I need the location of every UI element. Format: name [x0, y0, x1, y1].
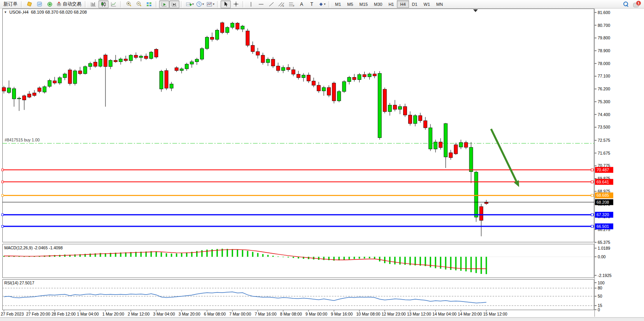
bar-chart-icon[interactable] [88, 0, 98, 8]
candle-body [205, 37, 209, 49]
template-icon[interactable]: ▾ [205, 0, 216, 8]
trendline-icon[interactable] [266, 0, 276, 8]
price-label: 68.685 [597, 193, 609, 198]
macd-panel[interactable] [3, 244, 594, 278]
line-handle[interactable] [2, 214, 4, 216]
cursor-icon[interactable] [221, 0, 231, 8]
candle-body [434, 142, 437, 149]
zoom-in-icon[interactable] [124, 0, 134, 8]
timeframe-w1[interactable]: W1 [421, 0, 433, 8]
candlestick-chart-icon[interactable] [98, 0, 109, 8]
macd-tick-label: -2.1925 [598, 273, 612, 278]
candle-body [484, 202, 488, 204]
timeframe-m5[interactable]: M5 [344, 0, 356, 8]
price-panel[interactable] [3, 9, 594, 242]
autotrading-button[interactable]: 自动交易 [55, 0, 83, 8]
candle-body [276, 66, 280, 71]
candle-body [160, 71, 163, 89]
chevron-down-icon[interactable]: ▾ [213, 2, 214, 6]
line-handle[interactable] [591, 225, 593, 228]
line-handle[interactable] [2, 181, 4, 183]
line-handle[interactable] [591, 213, 593, 216]
date-tick-label: 12 Mar 23:00 [382, 312, 406, 316]
timeframe-mn[interactable]: MN [433, 0, 446, 8]
chart-profiles-icon[interactable] [25, 0, 35, 8]
toolbar-separator [181, 1, 183, 7]
date-tick-label: 14 Mar 04:00 [432, 312, 456, 316]
indicators-icon[interactable]: ▾ [184, 0, 195, 8]
fibonacci-icon[interactable]: F [286, 0, 297, 8]
price-label: 68.208 [597, 200, 609, 205]
line-handle[interactable] [2, 194, 4, 196]
candle-body [185, 64, 188, 69]
candle-body [291, 70, 295, 74]
text-icon[interactable]: A [297, 0, 307, 8]
candle-body [312, 81, 316, 85]
tile-windows-icon[interactable] [144, 0, 154, 8]
toolbar-right: 1 [623, 1, 644, 7]
line-handle[interactable] [2, 169, 4, 171]
crosshair-icon[interactable] [231, 0, 241, 8]
toolbar-left: 新订单自动交易▾▾▾EFAT▾M1M5M15M30H1H4D1W1MN [0, 0, 446, 8]
chart-ohlc: 68.109 68.370 68.020 68.208 [31, 10, 87, 14]
line-chart-icon[interactable] [109, 0, 119, 8]
candle-body [2, 88, 6, 91]
candle-body [449, 153, 453, 158]
macd-bar [369, 257, 370, 258]
market-watch-icon[interactable] [35, 0, 45, 8]
collapse-icon[interactable]: ▼ [4, 11, 7, 14]
candle-body [7, 88, 11, 92]
rsi-label: RSI(14) 27.5017 [4, 280, 34, 285]
label-icon[interactable]: T [307, 0, 317, 8]
candle-body [211, 37, 214, 39]
application-window: 新订单自动交易▾▾▾EFAT▾M1M5M15M30H1H4D1W1MN 1 81… [0, 0, 644, 321]
chevron-down-icon[interactable]: ▾ [202, 2, 204, 6]
line-handle[interactable] [591, 181, 593, 183]
macd-tick-label: 1.0189 [598, 246, 610, 250]
new-order-button[interactable]: 新订单 [2, 0, 19, 8]
line-handle[interactable] [591, 194, 593, 197]
candle-body [251, 45, 254, 51]
vertical-line-icon[interactable] [246, 0, 256, 8]
zoom-out-icon[interactable] [134, 0, 144, 8]
macd-bar [262, 254, 264, 257]
rsi-panel[interactable] [3, 280, 594, 310]
macd-bar [156, 251, 157, 257]
auto-scroll-icon[interactable] [159, 0, 169, 8]
timeframe-m15[interactable]: M15 [356, 0, 371, 8]
chart-shift-icon[interactable] [169, 0, 179, 8]
timeframe-d1[interactable]: D1 [409, 0, 421, 8]
line-handle[interactable] [591, 169, 593, 171]
candle-body [353, 78, 356, 80]
main-toolbar: 新订单自动交易▾▾▾EFAT▾M1M5M15M30H1H4D1W1MN 1 [0, 0, 644, 9]
timeframe-m1[interactable]: M1 [332, 0, 344, 8]
toolbar-separator [21, 1, 23, 7]
rsi-tick-label: 100 [598, 280, 605, 285]
candle-body [256, 51, 260, 55]
timeframe-h1[interactable]: H1 [385, 0, 397, 8]
navigator-icon[interactable] [45, 0, 55, 8]
candle-body [200, 49, 204, 59]
rsi-tick-label: 50 [598, 294, 602, 298]
shapes-icon[interactable]: ▾ [317, 0, 327, 8]
candle-body [332, 83, 336, 101]
candle-body [170, 84, 173, 88]
line-handle[interactable] [2, 226, 4, 228]
periods-icon[interactable]: ▾ [195, 0, 205, 8]
candle-body [327, 88, 331, 95]
search-icon[interactable] [623, 1, 629, 7]
channel-icon[interactable]: E [276, 0, 286, 8]
candle-body [286, 67, 290, 70]
timeframe-m30[interactable]: M30 [371, 0, 385, 8]
candle-body [38, 88, 41, 91]
notifications-icon[interactable]: 1 [633, 2, 640, 7]
macd-bar [344, 257, 345, 260]
chart-canvas[interactable]: 81.60080.70079.80078.90078.00077.10076.2… [0, 0, 644, 321]
price-tick-label: 79.800 [598, 35, 610, 40]
chevron-down-icon[interactable]: ▾ [192, 2, 194, 6]
chevron-down-icon[interactable]: ▾ [324, 2, 326, 6]
candle-body [246, 31, 249, 45]
timeframe-h4[interactable]: H4 [397, 0, 409, 8]
macd-bar [272, 256, 274, 257]
horizontal-line-icon[interactable] [256, 0, 266, 8]
